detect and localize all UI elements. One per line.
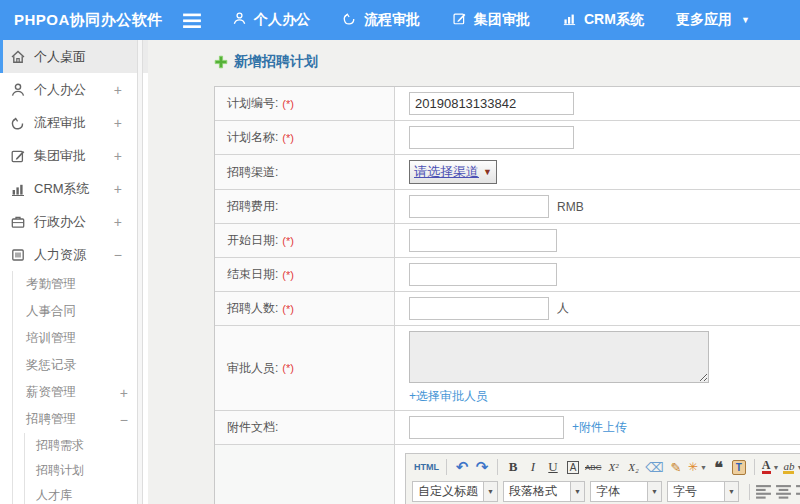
expand-toggle-icon[interactable]: +	[114, 214, 122, 230]
sidebar-item-workflow-approval[interactable]: 流程审批+	[0, 106, 148, 139]
page-title: 新增招聘计划	[214, 53, 800, 71]
field-label-text: 招聘渠道:	[227, 164, 278, 181]
blockquote-button[interactable]: ❝	[709, 457, 729, 477]
sidebar-item-personal-office[interactable]: 个人办公+	[0, 73, 148, 106]
field-label-text: 招聘人数:	[227, 300, 278, 317]
attachment-input[interactable]	[409, 416, 564, 439]
char-border-button[interactable]: A	[563, 457, 583, 477]
chevron-down-icon: ▼	[741, 15, 750, 25]
approvers-textarea[interactable]	[409, 331, 709, 383]
expand-toggle-icon[interactable]: +	[114, 148, 122, 164]
html-source-button-glyph: HTML	[414, 462, 439, 472]
required-mark: (*)	[282, 235, 294, 247]
field-label-content-editor	[215, 445, 395, 504]
align-center-button[interactable]	[775, 483, 792, 500]
sidebar-submenu: 考勤管理人事合同培训管理奖惩记录薪资管理+招聘管理−招聘需求招聘计划人才库	[12, 271, 148, 504]
sidebar-item-group-approval[interactable]: 集团审批+	[0, 139, 148, 172]
topnav-item-group-approval[interactable]: 集团审批	[452, 11, 530, 29]
font-size-select[interactable]: 字号▼	[667, 481, 739, 502]
topnav-item-more-apps[interactable]: 更多应用▼	[676, 11, 750, 29]
undo-button[interactable]: ↶	[452, 457, 472, 477]
sidebar-item-salary-management[interactable]: 薪资管理+	[13, 379, 148, 406]
sidebar-item-admin-office[interactable]: 行政办公+	[0, 205, 148, 238]
sidebar-item-label: 人才库	[36, 487, 72, 504]
plan-number-input[interactable]	[409, 92, 574, 115]
align-left-button[interactable]	[755, 483, 772, 500]
attachment-upload-link[interactable]: +附件上传	[572, 419, 627, 436]
superscript-button[interactable]: X²	[603, 457, 623, 477]
auto-typeset-button[interactable]: ✳▼	[686, 457, 709, 477]
sidebar-item-human-resources[interactable]: 人力资源−	[0, 238, 148, 271]
end-date-input[interactable]	[409, 263, 557, 286]
sidebar-item-label: 流程审批	[34, 114, 86, 132]
sidebar-item-crm-system[interactable]: CRM系统+	[0, 172, 148, 205]
recruitment-channel-select[interactable]: 请选择渠道▼	[409, 160, 497, 184]
redo-button[interactable]: ↷	[472, 457, 492, 477]
underline-button[interactable]: U	[543, 457, 563, 477]
sidebar: 个人桌面个人办公+流程审批+集团审批+CRM系统+行政办公+人力资源−考勤管理人…	[0, 40, 148, 504]
chart-icon	[10, 181, 26, 197]
sidebar-scrollbar[interactable]	[137, 40, 143, 504]
format-painter-button[interactable]: ✎	[666, 457, 686, 477]
format-painter-button-glyph: ✎	[670, 460, 681, 475]
plan-name-input[interactable]	[409, 126, 574, 149]
redo-button-glyph: ↷	[476, 458, 489, 476]
field-label-end-date: 结束日期:(*)	[215, 258, 395, 291]
paste-text-button[interactable]: T	[729, 457, 749, 477]
sidebar-item-recruitment-management[interactable]: 招聘管理−	[13, 406, 148, 433]
html-source-button[interactable]: HTML	[412, 457, 441, 477]
select-approvers-link[interactable]: +选择审批人员	[409, 388, 488, 405]
recruitment-count-input[interactable]	[409, 297, 549, 320]
italic-button[interactable]: I	[523, 457, 543, 477]
dropdown-value-text: 字体	[591, 482, 647, 501]
edit-icon	[452, 11, 467, 29]
start-date-input[interactable]	[409, 229, 557, 252]
recruitment-plan-form: 计划编号:(*)计划名称:(*)招聘渠道:请选择渠道▼招聘费用:RMB开始日期:…	[214, 86, 800, 504]
hamburger-menu-icon[interactable]	[182, 13, 202, 28]
subscript-button-glyph: X₂	[628, 461, 639, 473]
remove-format-button[interactable]: ⌫	[643, 457, 665, 477]
form-row-plan-number: 计划编号:(*)	[215, 87, 800, 121]
font-family-select[interactable]: 字体▼	[590, 481, 662, 502]
field-label-text: 附件文档:	[227, 419, 278, 436]
expand-toggle-icon[interactable]: +	[120, 385, 128, 401]
topnav-item-personal-office[interactable]: 个人办公	[232, 11, 310, 29]
field-label-text: 计划名称:	[227, 129, 278, 146]
highlight-color-button[interactable]: ab▼	[781, 457, 800, 477]
field-label-text: 计划编号:	[227, 95, 278, 112]
custom-title-select[interactable]: 自定义标题▼	[412, 481, 498, 502]
form-row-start-date: 开始日期:(*)	[215, 224, 800, 258]
recruitment-cost-input[interactable]	[409, 195, 549, 218]
paragraph-format-select[interactable]: 段落格式▼	[503, 481, 585, 502]
topnav-item-crm-system[interactable]: CRM系统	[562, 11, 644, 29]
subscript-button[interactable]: X₂	[623, 457, 643, 477]
sidebar-item-reward-punishment[interactable]: 奖惩记录	[13, 352, 148, 379]
required-mark: (*)	[282, 362, 294, 374]
sidebar-item-attendance-management[interactable]: 考勤管理	[13, 271, 148, 298]
sidebar-item-recruitment-demand[interactable]: 招聘需求	[25, 433, 148, 458]
required-mark: (*)	[282, 98, 294, 110]
sidebar-item-personnel-contract[interactable]: 人事合同	[13, 298, 148, 325]
bold-button[interactable]: B	[503, 457, 523, 477]
expand-toggle-icon[interactable]: −	[120, 412, 128, 428]
sidebar-item-label: 集团审批	[34, 147, 86, 165]
font-color-button[interactable]: A▼	[760, 457, 782, 477]
sidebar-item-recruitment-plan[interactable]: 招聘计划	[25, 458, 148, 483]
sidebar-item-label: CRM系统	[34, 180, 90, 198]
strikethrough-button[interactable]: ABC	[583, 457, 603, 477]
field-label-text: 招聘费用:	[227, 198, 278, 215]
expand-toggle-icon[interactable]: +	[114, 82, 122, 98]
expand-toggle-icon[interactable]: −	[114, 247, 122, 263]
topnav-item-workflow-approval[interactable]: 流程审批	[342, 11, 420, 29]
sidebar-item-training-management[interactable]: 培训管理	[13, 325, 148, 352]
toolbar-separator	[754, 459, 755, 475]
sidebar-item-talent-pool[interactable]: 人才库	[25, 483, 148, 504]
expand-toggle-icon[interactable]: +	[114, 181, 122, 197]
sidebar-item-label: 薪资管理	[26, 384, 76, 401]
expand-toggle-icon[interactable]: +	[114, 115, 122, 131]
sidebar-item-personal-desktop[interactable]: 个人桌面	[0, 40, 148, 73]
field-label-plan-number: 计划编号:(*)	[215, 87, 395, 120]
briefcase-icon	[10, 214, 26, 230]
add-plus-icon	[214, 55, 228, 69]
align-right-button[interactable]	[795, 483, 800, 500]
